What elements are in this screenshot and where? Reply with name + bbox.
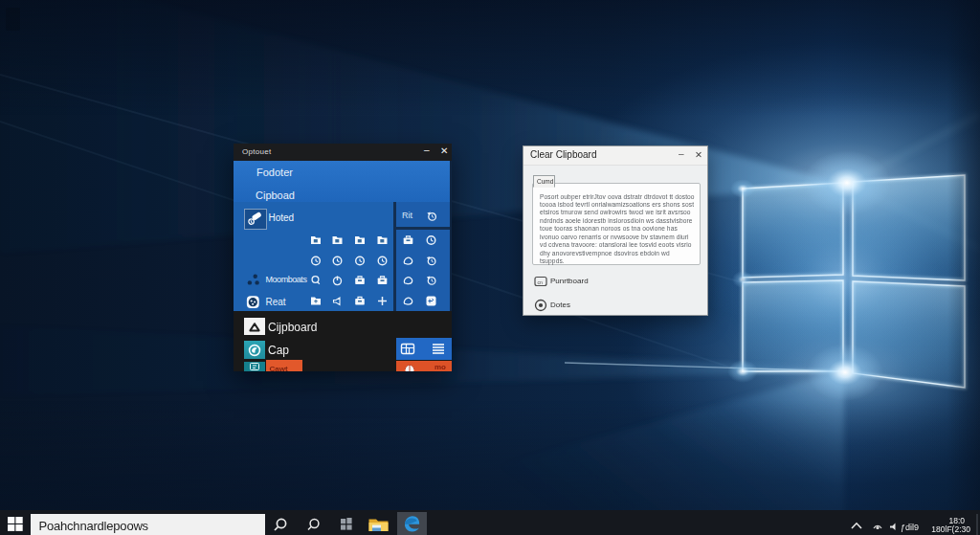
svg-text:180lF(2:30: 180lF(2:30 xyxy=(931,524,970,534)
svg-text:ƒdіl9: ƒdіl9 xyxy=(901,523,919,532)
svg-text:cn: cn xyxy=(538,279,544,285)
svg-text:18:0: 18:0 xyxy=(948,516,965,525)
